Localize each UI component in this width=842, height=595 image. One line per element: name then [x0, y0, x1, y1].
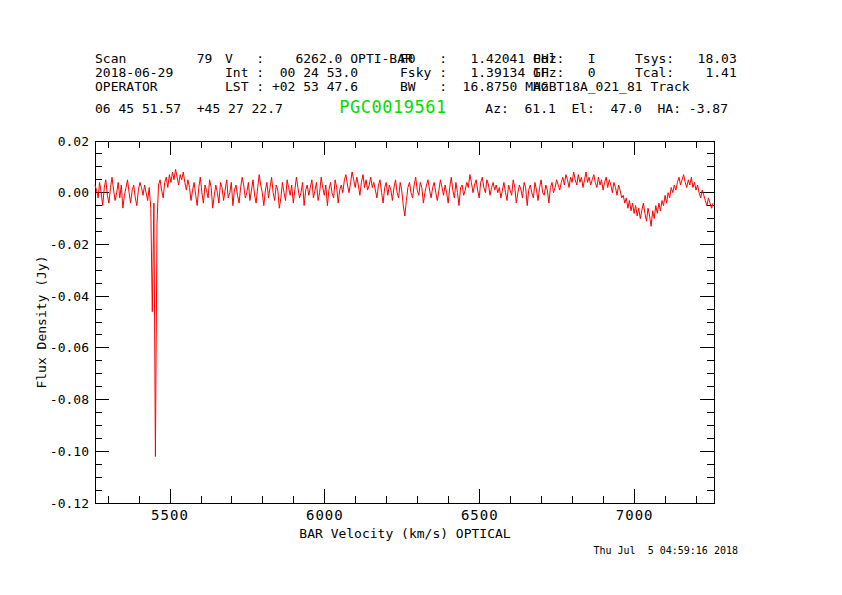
x-tick-label: 5500	[151, 507, 189, 523]
y-tick-label: -0.10	[50, 444, 89, 459]
x-tick-label: 6000	[306, 507, 344, 523]
y-tick-label: -0.12	[50, 496, 89, 511]
plot-timestamp: Thu Jul 5 04:59:16 2018	[594, 545, 739, 556]
y-tick-label: -0.08	[50, 392, 89, 407]
y-tick-labels: 0.020.00-0.02-0.04-0.06-0.08-0.10-0.12	[50, 134, 89, 511]
y-tick-label: -0.06	[50, 340, 89, 355]
y-axis-title: Flux Density (Jy)	[34, 255, 49, 388]
x-axis-title: BAR Velocity (km/s) OPTICAL	[299, 526, 510, 541]
gbtidl-plotter-window: Scan 79 V : 6262.0 OPTI-BAR F0 : 1.42041…	[0, 0, 842, 595]
y-tick-label: 0.02	[58, 134, 89, 149]
y-tick-label: -0.02	[50, 237, 89, 252]
spectrum-line	[95, 169, 713, 456]
x-tick-label: 7000	[616, 507, 654, 523]
y-tick-label: -0.04	[50, 289, 89, 304]
y-tick-label: 0.00	[58, 185, 89, 200]
x-tick-label: 6500	[461, 507, 499, 523]
x-tick-labels: 5500600065007000	[151, 507, 653, 523]
spectrum-plot: 5500600065007000 0.020.00-0.02-0.04-0.06…	[0, 0, 842, 595]
